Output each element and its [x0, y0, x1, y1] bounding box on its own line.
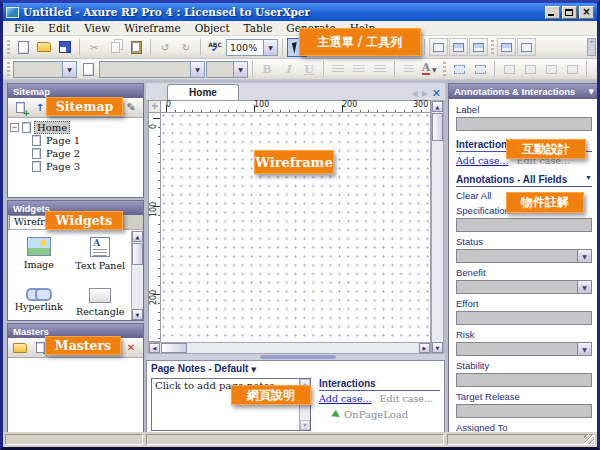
open-button[interactable]	[34, 38, 54, 57]
panel-state-button-1[interactable]	[429, 38, 448, 56]
specification-input[interactable]	[456, 218, 592, 232]
align-objects-button[interactable]: ⇤	[591, 60, 600, 79]
redo-button[interactable]: ↻	[176, 38, 196, 57]
status-select[interactable]: ▼	[456, 249, 592, 263]
zoom-combo[interactable]: 100% ▼	[226, 39, 278, 56]
menu-view[interactable]: View	[77, 22, 117, 34]
menu-object[interactable]: Object	[188, 22, 237, 34]
bold-button[interactable]: B	[257, 60, 277, 79]
ungroup-button[interactable]	[470, 60, 490, 79]
target-release-input[interactable]	[456, 404, 592, 418]
widgets-scrollbar[interactable]: ▲ ▼	[131, 231, 143, 320]
scroll-thumb[interactable]	[132, 243, 143, 265]
tab-home[interactable]: Home	[167, 84, 239, 100]
tab-next-icon[interactable]: ▶	[422, 89, 428, 98]
scroll-up-button[interactable]: ▲	[432, 101, 443, 112]
table-options-button[interactable]	[517, 38, 536, 56]
underline-button[interactable]: U	[299, 60, 319, 79]
tree-item-page2[interactable]: Page 2	[32, 147, 141, 160]
panel-menu-arrow-icon[interactable]: ▼	[589, 88, 594, 96]
panel-state-button-2[interactable]	[449, 38, 468, 56]
zoom-dropdown-arrow[interactable]: ▼	[263, 40, 277, 55]
style-combo[interactable]: ▼	[13, 61, 77, 78]
widget-rectangle[interactable]: Rectangle	[72, 288, 128, 320]
widget-image[interactable]: Image	[11, 237, 67, 274]
toolbar-grip[interactable]	[7, 40, 10, 55]
widget-hyperlink[interactable]: Hyperlink	[11, 288, 67, 320]
font-size-combo[interactable]: ▼	[206, 61, 248, 78]
effort-input[interactable]	[456, 311, 592, 325]
italic-button[interactable]: I	[278, 60, 298, 79]
tree-item-home[interactable]: − Home	[10, 121, 141, 134]
dropdown-arrow-icon[interactable]: ▼	[577, 250, 591, 262]
tab-close-icon[interactable]: ✕	[432, 87, 441, 100]
tab-prev-icon[interactable]: ◀	[411, 89, 417, 98]
new-button[interactable]	[13, 38, 33, 57]
masters-list[interactable]	[8, 358, 143, 434]
collapse-arrow-icon[interactable]: ▼	[251, 366, 256, 374]
add-case-link[interactable]: Add case...	[456, 155, 509, 166]
tree-item-label[interactable]: Page 3	[44, 161, 82, 172]
undo-button[interactable]: ↺	[155, 38, 175, 57]
toolbar-overflow-button[interactable]: »	[587, 38, 596, 56]
menu-edit[interactable]: Edit	[41, 22, 77, 34]
scroll-right-button[interactable]: ▶	[419, 343, 430, 353]
insert-table-button[interactable]	[497, 38, 516, 56]
font-color-arrow[interactable]: ▼	[430, 60, 438, 79]
group-button[interactable]	[449, 60, 469, 79]
menu-table[interactable]: Table	[237, 22, 280, 34]
panel-state-button-3[interactable]	[469, 38, 488, 56]
dropdown-arrow-icon[interactable]: ▼	[577, 281, 591, 293]
close-button[interactable]: ×	[579, 6, 594, 19]
maximize-button[interactable]	[562, 6, 577, 19]
menu-file[interactable]: File	[7, 22, 41, 34]
label-input[interactable]	[456, 117, 592, 131]
stability-input[interactable]	[456, 373, 592, 387]
scroll-up-button[interactable]: ▲	[132, 231, 143, 242]
paste-button[interactable]	[126, 38, 146, 57]
delete-master-button[interactable]: ✕	[123, 340, 139, 355]
align-right-button[interactable]	[370, 60, 390, 79]
apply-style-button[interactable]	[78, 60, 98, 79]
resize-grip[interactable]	[584, 434, 594, 444]
add-case-link[interactable]: Add case...	[319, 393, 372, 404]
scroll-down-button[interactable]: ▼	[432, 342, 443, 353]
expander-icon[interactable]: −	[10, 123, 19, 132]
page-notes-header[interactable]: Page Notes - Default ▼	[147, 361, 444, 375]
tree-item-label[interactable]: Page 2	[44, 148, 82, 159]
tree-item-label[interactable]: Home	[34, 121, 70, 134]
spell-check-button[interactable]: ABC✔	[205, 38, 225, 57]
toolbar-grip[interactable]	[491, 40, 494, 55]
onpageload-event-row[interactable]: OnPageLoad	[333, 409, 440, 420]
tree-item-page3[interactable]: Page 3	[32, 160, 141, 173]
bring-forward-button[interactable]	[541, 60, 561, 79]
send-to-back-button[interactable]	[520, 60, 540, 79]
save-button[interactable]	[55, 38, 75, 57]
splitter-handle[interactable]	[260, 355, 336, 359]
scroll-thumb[interactable]	[161, 343, 187, 353]
bring-to-front-button[interactable]	[499, 60, 519, 79]
align-left-button[interactable]	[328, 60, 348, 79]
canvas-vertical-scrollbar[interactable]: ▲ ▼	[431, 100, 444, 354]
risk-select[interactable]: ▼	[456, 342, 592, 356]
fields-dropdown-icon[interactable]: ▼	[585, 174, 592, 181]
font-combo[interactable]: ▼	[99, 61, 205, 78]
cut-button[interactable]: ✂	[84, 38, 104, 57]
scroll-down-button[interactable]: ▼	[132, 309, 143, 320]
scroll-thumb[interactable]	[432, 113, 443, 141]
scroll-left-button[interactable]: ◀	[149, 343, 160, 353]
scroll-down-button[interactable]: ▼	[300, 420, 310, 430]
canvas-horizontal-scrollbar[interactable]: ◀ ▶	[148, 342, 431, 354]
toolbar-grip[interactable]	[443, 62, 446, 77]
add-page-button[interactable]	[12, 100, 28, 115]
menu-wireframe[interactable]: Wireframe	[117, 22, 188, 34]
font-color-button[interactable]: A▼	[420, 60, 440, 79]
align-center-button[interactable]	[349, 60, 369, 79]
edit-case-link[interactable]: Edit case...	[380, 393, 433, 404]
dropdown-arrow-icon[interactable]: ▼	[577, 343, 591, 355]
open-master-button[interactable]	[12, 340, 28, 355]
tree-item-label[interactable]: Page 1	[44, 135, 82, 146]
bullet-list-button[interactable]	[399, 60, 419, 79]
widget-text-panel[interactable]: A Text Panel	[72, 237, 128, 274]
minimize-button[interactable]	[545, 6, 560, 19]
